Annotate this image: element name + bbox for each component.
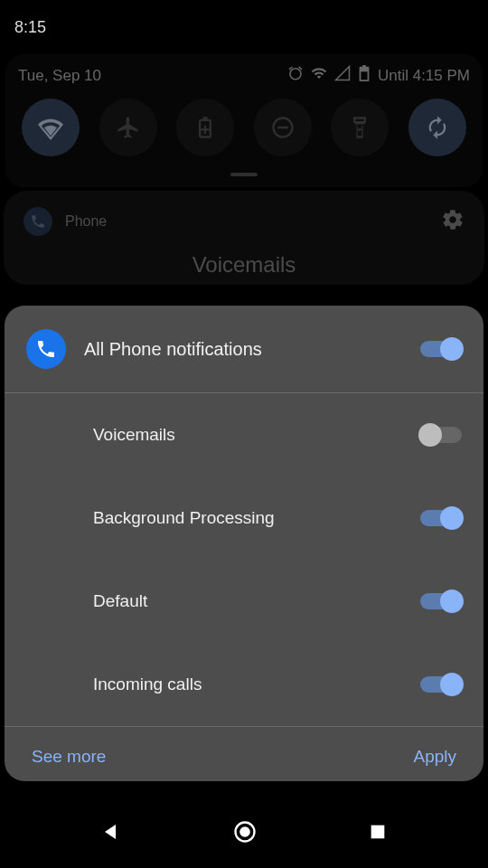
toggle-incoming-calls[interactable] [420, 676, 462, 693]
svg-point-2 [239, 826, 250, 837]
notification-item-incoming-calls[interactable]: Incoming calls [5, 643, 483, 726]
sheet-list: Voicemails Background Processing Default… [5, 393, 483, 726]
notification-item-default[interactable]: Default [5, 560, 483, 643]
svg-rect-3 [371, 826, 385, 839]
toggle-voicemails[interactable] [420, 427, 462, 443]
nav-back-button[interactable] [100, 821, 122, 846]
nav-recents-button[interactable] [368, 822, 388, 845]
sheet-header: All Phone notifications [5, 306, 483, 393]
toggle-background-processing[interactable] [420, 510, 462, 526]
see-more-button[interactable]: See more [32, 747, 106, 767]
item-label: Voicemails [93, 425, 420, 445]
toggle-default[interactable] [420, 593, 462, 609]
phone-icon [26, 329, 66, 369]
status-bar: 8:15 [0, 0, 488, 54]
item-label: Incoming calls [93, 675, 420, 694]
apply-button[interactable]: Apply [413, 747, 456, 767]
nav-home-button[interactable] [232, 819, 258, 848]
sheet-footer: See more Apply [5, 726, 483, 787]
navigation-bar [0, 799, 488, 868]
notification-item-background-processing[interactable]: Background Processing [5, 476, 483, 560]
toggle-all-notifications[interactable] [420, 341, 462, 357]
notification-settings-sheet: All Phone notifications Voicemails Backg… [5, 306, 483, 781]
notification-item-voicemails[interactable]: Voicemails [5, 393, 483, 476]
item-label: Background Processing [93, 508, 420, 528]
status-time: 8:15 [14, 18, 46, 37]
item-label: Default [93, 591, 420, 611]
sheet-header-label: All Phone notifications [84, 339, 402, 360]
